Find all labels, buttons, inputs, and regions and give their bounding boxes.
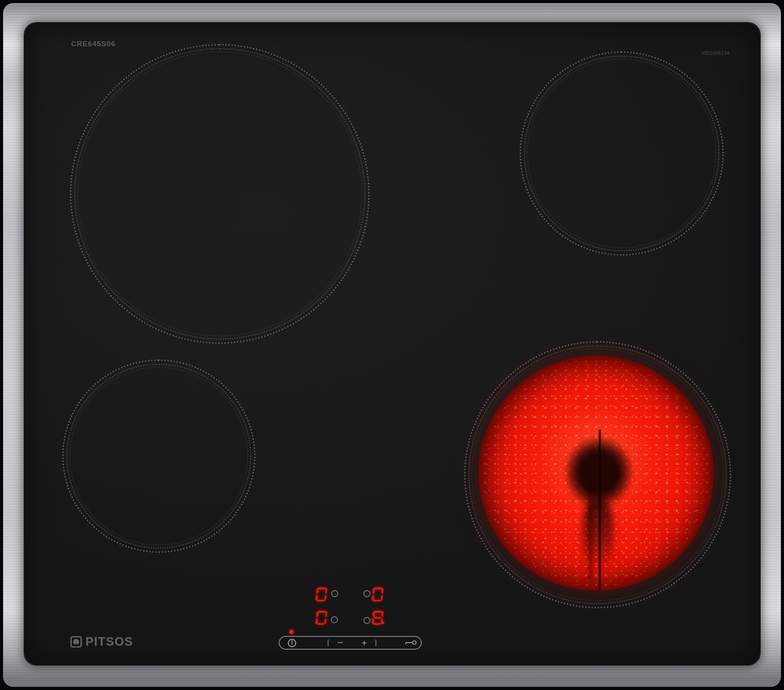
decrease-button[interactable]: − (332, 637, 348, 649)
cooktop: CRE645S06 9001606134 − + (0, 0, 784, 690)
display-left-front-level (315, 611, 327, 625)
glow-rim-shade (479, 356, 713, 591)
brand-mark-icon (70, 636, 82, 648)
brand-logo: PITSOS (70, 635, 133, 649)
increase-button[interactable]: + (356, 637, 372, 649)
burner-front-left (62, 359, 256, 553)
child-lock-button[interactable] (402, 637, 419, 649)
power-button[interactable] (285, 637, 299, 649)
model-number-label: CRE645S06 (71, 40, 116, 48)
burner-rear-right (520, 51, 724, 256)
display-left-rear-zone-indicator (331, 590, 338, 597)
power-icon (287, 638, 297, 648)
burner-rear-left (70, 44, 370, 344)
touch-control-strip: − + (279, 636, 422, 650)
strip-divider-right (375, 639, 376, 646)
key-icon (404, 639, 418, 646)
display-left-front-zone-indicator (331, 616, 338, 623)
display-right-rear-zone-indicator (363, 590, 370, 597)
display-left-rear-level (315, 587, 327, 601)
strip-divider-left (328, 639, 329, 646)
brand-wordmark: PITSOS (85, 635, 133, 649)
display-right-front-decimal-dot (382, 622, 384, 624)
serial-number-label: 9001606134 (701, 51, 730, 56)
display-right-front-zone-indicator (363, 617, 370, 624)
display-right-rear-level (372, 587, 384, 601)
power-indicator-led (289, 630, 294, 634)
burner-front-right-glowing (479, 356, 713, 591)
